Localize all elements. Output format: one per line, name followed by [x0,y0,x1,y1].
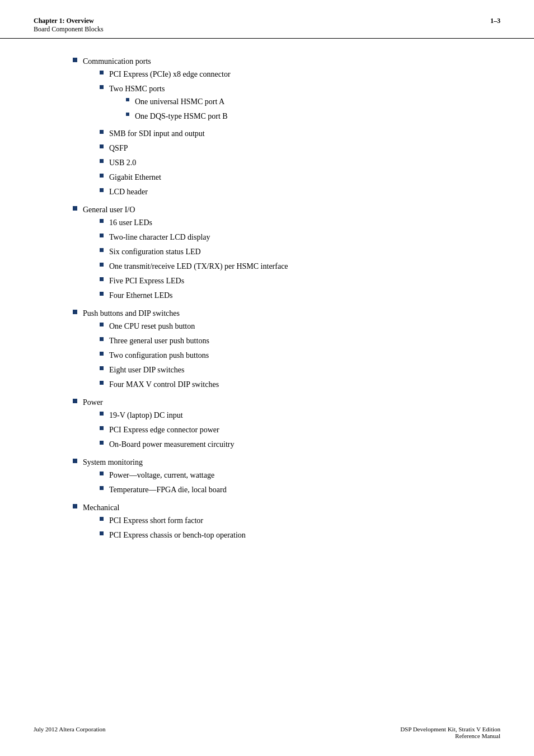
list-item: LCD header [100,186,231,198]
item-label: Power—voltage, current, wattage [109,471,214,479]
list-level-1: Communication portsPCI Express (PCIe) x8… [73,55,500,544]
item-label: Push buttons and DIP switches [83,309,180,318]
list-item: General user I/O16 user LEDsTwo-line cha… [73,204,500,304]
item-content: USB 2.0 [109,157,136,169]
bullet-icon [73,58,77,62]
item-content: Communication portsPCI Express (PCIe) x8… [83,55,231,200]
bullet-icon [100,71,104,74]
item-label: 19-V (laptop) DC input [109,411,183,419]
item-label: QSFP [109,144,128,152]
list-item: Five PCI Express LEDs [100,275,288,287]
item-content: Eight user DIP switches [109,364,184,376]
item-label: LCD header [109,188,148,196]
list-item: Two configuration push buttons [100,349,219,361]
bullet-icon [100,352,104,356]
list-level-2: 16 user LEDsTwo-line character LCD displ… [100,217,288,301]
item-label: 16 user LEDs [109,218,152,227]
bullet-icon [126,98,129,101]
bullet-icon [100,323,104,326]
list-item: USB 2.0 [100,157,231,169]
item-label: PCI Express (PCIe) x8 edge connector [109,70,231,78]
bullet-icon [100,381,104,385]
list-item: PCI Express (PCIe) x8 edge connector [100,68,231,80]
list-item: One DQS-type HSMC port B [126,110,228,122]
bullet-icon [100,412,104,416]
bullet-icon [100,472,104,475]
list-item: Communication portsPCI Express (PCIe) x8… [73,55,500,200]
list-item: One CPU reset push button [100,320,219,332]
item-label: Three general user push buttons [109,337,209,345]
bullet-icon [126,113,129,116]
item-label: PCI Express edge connector power [109,426,219,434]
list-item: 19-V (laptop) DC input [100,409,235,421]
item-label: Temperature—FPGA die, local board [109,486,227,494]
list-item: MechanicalPCI Express short form factorP… [73,502,500,544]
item-content: Two HSMC portsOne universal HSMC port AO… [109,83,228,125]
footer-right: DSP Development Kit, Stratix V Edition R… [400,726,500,739]
list-item: On-Board power measurement circuitry [100,438,235,450]
item-content: 16 user LEDs [109,217,152,228]
item-label: PCI Express chassis or bench-top operati… [109,531,246,539]
item-content: Four Ethernet LEDs [109,290,173,301]
list-item: PCI Express chassis or bench-top operati… [100,529,246,541]
list-item: Push buttons and DIP switchesOne CPU res… [73,307,500,393]
bullet-icon [100,234,104,237]
list-level-2: Power—voltage, current, wattageTemperatu… [100,469,227,496]
list-item: PCI Express short form factor [100,515,246,526]
item-content: Gigabit Ethernet [109,171,161,183]
bullet-icon [73,504,77,508]
footer-right-line2: Reference Manual [400,732,500,739]
item-content: SMB for SDI input and output [109,128,205,139]
list-item: Two HSMC portsOne universal HSMC port AO… [100,83,231,125]
list-item: Eight user DIP switches [100,364,219,376]
chapter-title: Chapter 1: Overview [34,17,104,25]
bullet-icon [100,531,104,535]
header-left: Chapter 1: Overview Board Component Bloc… [34,17,104,34]
item-content: One CPU reset push button [109,320,195,332]
item-content: Five PCI Express LEDs [109,275,184,287]
item-content: PCI Express short form factor [109,515,203,526]
item-content: Two configuration push buttons [109,349,209,361]
item-content: One universal HSMC port A [135,96,224,108]
list-item: PCI Express edge connector power [100,424,235,436]
item-content: Push buttons and DIP switchesOne CPU res… [83,307,219,393]
list-level-2: 19-V (laptop) DC inputPCI Express edge c… [100,409,235,450]
item-label: System monitoring [83,458,143,466]
list-item: Four MAX V control DIP switches [100,379,219,390]
item-content: General user I/O16 user LEDsTwo-line cha… [83,204,288,304]
item-label: Four Ethernet LEDs [109,291,173,300]
main-content: Communication portsPCI Express (PCIe) x8… [0,39,534,581]
page-footer: July 2012 Altera Corporation DSP Develop… [0,726,534,739]
item-label: USB 2.0 [109,158,136,167]
item-label: Gigabit Ethernet [109,173,161,181]
item-content: On-Board power measurement circuitry [109,438,235,450]
bullet-icon [100,174,104,178]
item-label: Two-line character LCD display [109,233,210,241]
item-content: System monitoringPower—voltage, current,… [83,456,227,498]
list-item: SMB for SDI input and output [100,128,231,139]
item-content: One transmit/receive LED (TX/RX) per HSM… [109,260,288,272]
bullet-icon [100,85,104,89]
bullet-icon [100,426,104,430]
item-content: Power19-V (laptop) DC inputPCI Express e… [83,396,235,453]
item-label: On-Board power measurement circuitry [109,440,235,449]
list-level-2: One CPU reset push buttonThree general u… [100,320,219,390]
list-item: One transmit/receive LED (TX/RX) per HSM… [100,260,288,272]
item-content: Power—voltage, current, wattage [109,469,214,481]
bullet-icon [100,159,104,163]
item-label: Five PCI Express LEDs [109,277,184,285]
list-level-3: One universal HSMC port AOne DQS-type HS… [126,96,228,122]
item-content: 19-V (laptop) DC input [109,409,183,421]
item-content: PCI Express (PCIe) x8 edge connector [109,68,231,80]
bullet-icon [100,248,104,252]
item-label: One CPU reset push button [109,322,195,330]
bullet-icon [100,441,104,445]
list-item: Three general user push buttons [100,335,219,347]
item-label: Mechanical [83,503,119,512]
bullet-icon [73,459,77,463]
item-content: Two-line character LCD display [109,231,210,243]
item-label: Power [83,398,103,407]
bullet-icon [100,366,104,370]
bullet-icon [100,130,104,134]
page-number: 1–3 [490,17,500,25]
